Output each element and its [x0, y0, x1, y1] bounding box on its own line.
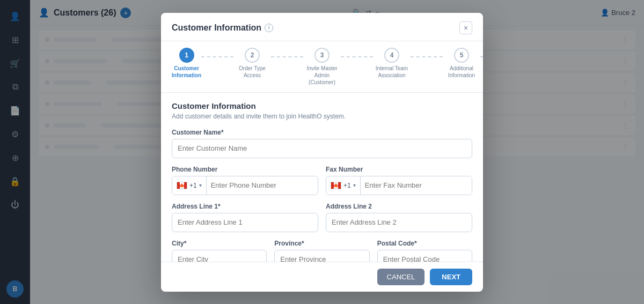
address1-label: Address Line 1* [172, 203, 318, 210]
step-connector-4 [411, 56, 443, 57]
step-5-circle: 5 [454, 48, 469, 63]
step-1[interactable]: 1 CustomerInformation [172, 48, 201, 79]
next-button[interactable]: NEXT [430, 269, 472, 285]
section-title: Customer Information [172, 101, 472, 110]
address2-label: Address Line 2 [326, 203, 472, 210]
step-2-label: Order Type Access [233, 65, 271, 79]
fax-flag-select[interactable]: 🍁 +1 ▾ [326, 176, 361, 195]
fax-label: Fax Number [326, 166, 472, 173]
province-input[interactable] [274, 250, 369, 262]
fax-canada-flag: 🍁 [331, 182, 341, 189]
address1-input[interactable] [172, 213, 318, 232]
step-4[interactable]: 4 Internal Team Association [373, 48, 411, 79]
customer-name-label: Customer Name* [172, 129, 472, 136]
phone-input-wrapper: 🍁 +1 ▾ [172, 176, 318, 195]
customer-name-input[interactable] [172, 139, 472, 158]
modal-header: Customer Information i × [161, 13, 483, 41]
step-1-label: CustomerInformation [172, 65, 201, 79]
step-4-circle: 4 [384, 48, 399, 63]
step-1-circle: 1 [179, 48, 194, 63]
step-connector-3 [341, 56, 373, 57]
fax-input-wrapper: 🍁 +1 ▾ [326, 176, 472, 195]
info-icon: i [265, 24, 273, 32]
phone-flag-select[interactable]: 🍁 +1 ▾ [172, 176, 207, 195]
city-input[interactable] [172, 250, 267, 262]
phone-chevron-icon: ▾ [199, 182, 202, 188]
step-5[interactable]: 5 Additional Information [443, 48, 480, 79]
step-2[interactable]: 2 Order Type Access [233, 48, 271, 79]
fax-chevron-icon: ▾ [353, 182, 356, 188]
address2-col: Address Line 2 [326, 203, 472, 232]
address2-input[interactable] [326, 213, 472, 232]
step-3[interactable]: 3 Invite Master Admin (Customer) [303, 48, 341, 86]
customer-name-group: Customer Name* [172, 129, 472, 158]
postal-col: Postal Code* [377, 240, 472, 262]
step-connector-1 [201, 56, 233, 57]
address-row: Address Line 1* Address Line 2 [172, 203, 472, 232]
phone-fax-row: Phone Number 🍁 +1 ▾ [172, 166, 472, 195]
step-connector-5 [480, 56, 483, 57]
step-connector-2 [271, 56, 303, 57]
customer-info-modal: Customer Information i × 1 CustomerInfor… [161, 13, 483, 292]
step-3-circle: 3 [314, 48, 330, 63]
city-col: City* [172, 240, 267, 262]
modal-overlay[interactable]: Customer Information i × 1 CustomerInfor… [0, 0, 644, 304]
phone-label: Phone Number [172, 166, 318, 173]
modal-body: Customer Information Add customer detail… [161, 93, 483, 262]
canada-flag: 🍁 [177, 182, 187, 189]
fax-col: Fax Number 🍁 +1 ▾ [326, 166, 472, 195]
step-3-label: Invite Master Admin (Customer) [303, 65, 341, 86]
province-label: Province* [274, 240, 369, 247]
modal-footer: CANCEL NEXT [161, 262, 483, 292]
phone-col: Phone Number 🍁 +1 ▾ [172, 166, 318, 195]
section-subtitle: Add customer details and invite them to … [172, 113, 472, 120]
modal-title: Customer Information i [172, 23, 273, 33]
phone-country-code: +1 [189, 182, 197, 189]
step-5-label: Additional Information [443, 65, 480, 79]
address1-col: Address Line 1* [172, 203, 318, 232]
postal-input[interactable] [377, 250, 472, 262]
cancel-button[interactable]: CANCEL [377, 269, 425, 285]
city-row: City* Province* Postal Code* [172, 240, 472, 262]
steps-container: 1 CustomerInformation 2 Order Type Acces… [161, 41, 483, 93]
step-2-circle: 2 [245, 48, 260, 63]
modal-close-button[interactable]: × [459, 21, 472, 34]
fax-country-code: +1 [343, 182, 351, 189]
step-4-label: Internal Team Association [373, 65, 411, 79]
city-label: City* [172, 240, 267, 247]
phone-number-input[interactable] [207, 176, 318, 195]
fax-number-input[interactable] [361, 176, 472, 195]
postal-label: Postal Code* [377, 240, 472, 247]
province-col: Province* [274, 240, 369, 262]
